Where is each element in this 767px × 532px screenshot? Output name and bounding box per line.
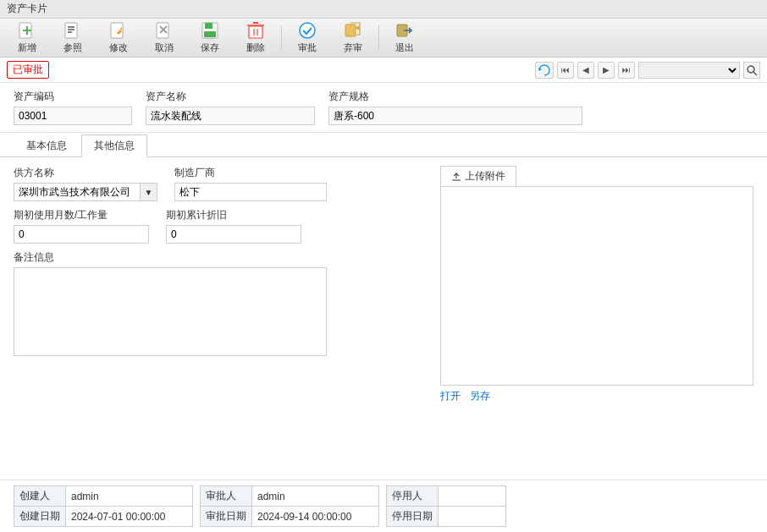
- delete-label: 删除: [246, 41, 265, 54]
- edit-icon: [109, 21, 128, 40]
- svg-point-20: [300, 23, 315, 38]
- separator-1: [281, 25, 282, 51]
- ref-button[interactable]: 参照: [51, 22, 95, 54]
- prev-button[interactable]: ◀: [577, 62, 594, 79]
- nav-controls: ⏮ ◀ ▶ ⏭: [535, 62, 760, 79]
- cancel-label: 取消: [155, 41, 174, 54]
- open-link[interactable]: 打开: [440, 390, 461, 402]
- supplier-input-group: ▼: [14, 183, 157, 201]
- edit-button[interactable]: 修改: [97, 22, 141, 54]
- edit-label: 修改: [109, 41, 128, 54]
- status-badge: 已审批: [7, 61, 49, 79]
- abandon-button[interactable]: 弃审: [331, 22, 375, 54]
- disabled-by-value: [439, 486, 506, 507]
- tabs-bar: 基本信息 其他信息: [0, 134, 767, 157]
- approve-label: 审批: [298, 41, 317, 54]
- svg-line-25: [753, 72, 757, 75]
- upload-tab-label: 上传附件: [465, 169, 505, 184]
- svg-rect-21: [345, 25, 356, 36]
- svg-point-24: [748, 66, 754, 73]
- asset-code-group: 资产编码: [14, 90, 132, 125]
- save-icon: [201, 21, 219, 40]
- asset-spec-label: 资产规格: [328, 90, 582, 104]
- save-link[interactable]: 另存: [470, 390, 490, 402]
- title-bar: 资产卡片: [0, 0, 767, 19]
- svg-rect-15: [249, 26, 262, 38]
- separator-2: [378, 25, 379, 51]
- approve-date-label: 审批日期: [201, 507, 252, 527]
- supplier-label: 供方名称: [14, 166, 157, 180]
- asset-name-input[interactable]: [146, 107, 315, 125]
- cancel-button[interactable]: 取消: [142, 22, 186, 54]
- initial-month-input[interactable]: [14, 225, 149, 244]
- supplier-input[interactable]: [14, 183, 141, 201]
- approver-label: 审批人: [201, 486, 252, 507]
- bottom-info: 创建人 admin 创建日期 2024-07-01 00:00:00 审批人 a…: [0, 480, 767, 532]
- approver-table: 审批人 admin 审批日期 2024-09-14 00:00:00: [200, 485, 379, 527]
- upload-panel: 上传附件 打开 另存: [440, 166, 753, 407]
- asset-spec-group: 资产规格: [328, 90, 582, 125]
- svg-rect-3: [65, 23, 77, 38]
- main-content: 已审批 ⏮ ◀ ▶ ⏭ 资产编码 资产名称 资: [0, 58, 767, 532]
- last-button[interactable]: ⏭: [618, 62, 635, 79]
- asset-code-input[interactable]: [14, 107, 132, 125]
- asset-code-label: 资产编码: [14, 90, 132, 104]
- supplier-dropdown-btn[interactable]: ▼: [141, 183, 157, 201]
- upload-links: 打开 另存: [440, 386, 753, 407]
- disabled-by-label: 停用人: [387, 486, 439, 507]
- first-button[interactable]: ⏮: [557, 62, 574, 79]
- initial-dep-input[interactable]: [166, 225, 301, 244]
- disabled-date-value: [439, 507, 506, 527]
- disabled-date-label: 停用日期: [387, 507, 439, 527]
- new-label: 新增: [18, 41, 36, 54]
- approve-icon: [298, 21, 317, 40]
- nav-search-button[interactable]: [743, 62, 760, 79]
- approve-button[interactable]: 审批: [285, 22, 329, 54]
- svg-rect-13: [205, 23, 212, 29]
- exit-button[interactable]: 退出: [383, 22, 427, 54]
- new-button[interactable]: 新增: [5, 22, 49, 54]
- next-button[interactable]: ▶: [598, 62, 615, 79]
- approver-value: admin: [252, 486, 379, 507]
- creator-label: 创建人: [14, 486, 66, 507]
- asset-spec-input[interactable]: [328, 107, 582, 125]
- exit-icon: [395, 21, 414, 40]
- approve-date-value: 2024-09-14 00:00:00: [252, 507, 379, 527]
- svg-rect-14: [204, 31, 216, 37]
- initial-dep-field: 期初累计折旧: [166, 208, 301, 244]
- initial-dep-label: 期初累计折旧: [166, 208, 301, 222]
- create-date-label: 创建日期: [14, 507, 66, 527]
- tab-content-other: 供方名称 ▼ 制造厂商 上传附件: [0, 157, 767, 401]
- cancel-icon: [155, 21, 174, 40]
- asset-fields: 资产编码 资产名称 资产规格: [0, 83, 767, 133]
- ref-icon: [63, 21, 82, 40]
- tab-basic[interactable]: 基本信息: [14, 134, 80, 157]
- creator-table: 创建人 admin 创建日期 2024-07-01 00:00:00: [14, 485, 193, 527]
- delete-icon: [246, 21, 265, 40]
- upload-area: [440, 187, 753, 386]
- ref-label: 参照: [63, 41, 82, 54]
- save-button[interactable]: 保存: [188, 22, 232, 54]
- refresh-button[interactable]: [535, 62, 554, 79]
- note-textarea[interactable]: [14, 267, 327, 356]
- supplier-field: 供方名称 ▼: [14, 166, 157, 201]
- upload-tab[interactable]: 上传附件: [440, 166, 516, 186]
- manufacturer-input[interactable]: [174, 183, 327, 201]
- create-date-value: 2024-07-01 00:00:00: [66, 507, 193, 527]
- manufacturer-label: 制造厂商: [174, 166, 327, 180]
- upload-tab-bar: 上传附件: [440, 166, 753, 187]
- initial-month-label: 期初使用月数/工作量: [14, 208, 149, 222]
- asset-name-group: 资产名称: [146, 90, 315, 125]
- new-icon: [18, 21, 36, 40]
- manufacturer-field: 制造厂商: [174, 166, 327, 201]
- abandon-icon: [344, 21, 362, 40]
- toolbar: 新增 参照 修改: [0, 19, 767, 58]
- delete-button[interactable]: 删除: [234, 22, 278, 54]
- status-bar: 已审批 ⏮ ◀ ▶ ⏭: [0, 58, 767, 83]
- nav-dropdown[interactable]: [638, 62, 740, 79]
- window-title: 资产卡片: [7, 2, 47, 16]
- creator-value: admin: [66, 486, 193, 507]
- save-label: 保存: [201, 41, 219, 54]
- tab-other[interactable]: 其他信息: [81, 134, 147, 157]
- disabled-table: 停用人 停用日期: [386, 485, 506, 527]
